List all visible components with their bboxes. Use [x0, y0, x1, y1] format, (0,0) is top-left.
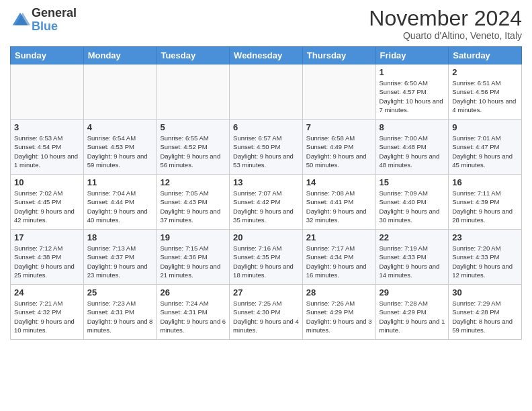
calendar-week-row: 10Sunrise: 7:02 AM Sunset: 4:45 PM Dayli… [11, 175, 522, 230]
logo: General Blue [10, 7, 77, 34]
day-info: Sunrise: 7:21 AM Sunset: 4:32 PM Dayligh… [14, 299, 80, 334]
day-number: 30 [452, 287, 518, 298]
day-number: 8 [380, 122, 445, 132]
day-info: Sunrise: 7:09 AM Sunset: 4:40 PM Dayligh… [380, 189, 445, 224]
day-info: Sunrise: 7:11 AM Sunset: 4:39 PM Dayligh… [452, 189, 518, 224]
table-row: 10Sunrise: 7:02 AM Sunset: 4:45 PM Dayli… [11, 175, 84, 230]
day-number: 16 [452, 177, 518, 187]
table-row [157, 64, 230, 120]
day-number: 26 [160, 287, 226, 298]
table-row: 9Sunrise: 7:01 AM Sunset: 4:47 PM Daylig… [449, 120, 522, 175]
day-info: Sunrise: 6:57 AM Sunset: 4:50 PM Dayligh… [233, 134, 299, 169]
day-number: 21 [306, 232, 372, 242]
table-row: 17Sunrise: 7:12 AM Sunset: 4:38 PM Dayli… [11, 230, 84, 285]
day-number: 7 [306, 122, 372, 132]
month-title: November 2024 [369, 7, 522, 30]
day-number: 24 [14, 287, 80, 298]
table-row: 7Sunrise: 6:58 AM Sunset: 4:49 PM Daylig… [302, 120, 375, 175]
day-number: 17 [14, 232, 80, 242]
day-number: 3 [14, 122, 80, 132]
day-info: Sunrise: 7:15 AM Sunset: 4:36 PM Dayligh… [160, 244, 226, 279]
logo-general: General [32, 7, 77, 20]
day-info: Sunrise: 6:53 AM Sunset: 4:54 PM Dayligh… [14, 134, 80, 169]
title-block: November 2024 Quarto d'Altino, Veneto, I… [369, 7, 522, 41]
day-info: Sunrise: 7:12 AM Sunset: 4:38 PM Dayligh… [14, 244, 80, 279]
day-info: Sunrise: 7:08 AM Sunset: 4:41 PM Dayligh… [306, 189, 372, 224]
day-number: 4 [87, 122, 153, 132]
day-number: 14 [306, 177, 372, 187]
table-row: 30Sunrise: 7:29 AM Sunset: 4:28 PM Dayli… [449, 285, 522, 340]
day-info: Sunrise: 6:58 AM Sunset: 4:49 PM Dayligh… [306, 134, 372, 169]
table-row: 19Sunrise: 7:15 AM Sunset: 4:36 PM Dayli… [157, 230, 230, 285]
calendar-week-row: 3Sunrise: 6:53 AM Sunset: 4:54 PM Daylig… [11, 120, 522, 175]
day-info: Sunrise: 7:01 AM Sunset: 4:47 PM Dayligh… [452, 134, 518, 169]
table-row: 1Sunrise: 6:50 AM Sunset: 4:57 PM Daylig… [375, 64, 449, 120]
table-row: 20Sunrise: 7:16 AM Sunset: 4:35 PM Dayli… [230, 230, 303, 285]
logo-blue: Blue [32, 20, 77, 34]
day-info: Sunrise: 7:00 AM Sunset: 4:48 PM Dayligh… [380, 134, 445, 169]
table-row: 26Sunrise: 7:24 AM Sunset: 4:31 PM Dayli… [157, 285, 230, 340]
day-info: Sunrise: 6:51 AM Sunset: 4:56 PM Dayligh… [452, 79, 518, 114]
table-row: 3Sunrise: 6:53 AM Sunset: 4:54 PM Daylig… [11, 120, 84, 175]
day-info: Sunrise: 7:26 AM Sunset: 4:29 PM Dayligh… [306, 299, 372, 334]
day-number: 9 [452, 122, 518, 132]
day-info: Sunrise: 7:07 AM Sunset: 4:42 PM Dayligh… [233, 189, 299, 224]
day-info: Sunrise: 7:13 AM Sunset: 4:37 PM Dayligh… [87, 244, 153, 279]
day-info: Sunrise: 7:28 AM Sunset: 4:29 PM Dayligh… [380, 299, 445, 334]
day-number: 19 [160, 232, 226, 242]
day-number: 18 [87, 232, 153, 242]
day-info: Sunrise: 6:50 AM Sunset: 4:57 PM Dayligh… [380, 79, 445, 114]
logo-text: General Blue [32, 7, 77, 34]
day-number: 5 [160, 122, 226, 132]
table-row: 16Sunrise: 7:11 AM Sunset: 4:39 PM Dayli… [449, 175, 522, 230]
header-monday: Monday [83, 47, 157, 64]
day-number: 25 [87, 287, 153, 298]
table-row: 6Sunrise: 6:57 AM Sunset: 4:50 PM Daylig… [230, 120, 303, 175]
calendar-week-row: 17Sunrise: 7:12 AM Sunset: 4:38 PM Dayli… [11, 230, 522, 285]
table-row: 12Sunrise: 7:05 AM Sunset: 4:43 PM Dayli… [157, 175, 230, 230]
table-row: 29Sunrise: 7:28 AM Sunset: 4:29 PM Dayli… [375, 285, 449, 340]
table-row: 8Sunrise: 7:00 AM Sunset: 4:48 PM Daylig… [375, 120, 449, 175]
header: General Blue November 2024 Quarto d'Alti… [10, 7, 522, 41]
day-info: Sunrise: 7:29 AM Sunset: 4:28 PM Dayligh… [452, 299, 518, 334]
table-row: 15Sunrise: 7:09 AM Sunset: 4:40 PM Dayli… [375, 175, 449, 230]
table-row: 24Sunrise: 7:21 AM Sunset: 4:32 PM Dayli… [11, 285, 84, 340]
table-row: 11Sunrise: 7:04 AM Sunset: 4:44 PM Dayli… [83, 175, 157, 230]
table-row: 4Sunrise: 6:54 AM Sunset: 4:53 PM Daylig… [83, 120, 157, 175]
day-number: 11 [87, 177, 153, 187]
table-row: 28Sunrise: 7:26 AM Sunset: 4:29 PM Dayli… [302, 285, 375, 340]
day-number: 20 [233, 232, 299, 242]
day-number: 6 [233, 122, 299, 132]
day-number: 23 [452, 232, 518, 242]
day-info: Sunrise: 7:17 AM Sunset: 4:34 PM Dayligh… [306, 244, 372, 279]
header-wednesday: Wednesday [230, 47, 303, 64]
day-info: Sunrise: 7:20 AM Sunset: 4:33 PM Dayligh… [452, 244, 518, 279]
table-row: 13Sunrise: 7:07 AM Sunset: 4:42 PM Dayli… [230, 175, 303, 230]
table-row: 25Sunrise: 7:23 AM Sunset: 4:31 PM Dayli… [83, 285, 157, 340]
table-row: 22Sunrise: 7:19 AM Sunset: 4:33 PM Dayli… [375, 230, 449, 285]
day-info: Sunrise: 7:02 AM Sunset: 4:45 PM Dayligh… [14, 189, 80, 224]
day-number: 2 [452, 67, 518, 77]
header-saturday: Saturday [449, 47, 522, 64]
table-row: 21Sunrise: 7:17 AM Sunset: 4:34 PM Dayli… [302, 230, 375, 285]
calendar-container: General Blue November 2024 Quarto d'Alti… [0, 0, 532, 343]
calendar-table: Sunday Monday Tuesday Wednesday Thursday… [10, 46, 522, 340]
day-info: Sunrise: 7:04 AM Sunset: 4:44 PM Dayligh… [87, 189, 153, 224]
day-number: 1 [380, 67, 445, 77]
day-number: 27 [233, 287, 299, 298]
day-number: 12 [160, 177, 226, 187]
table-row [302, 64, 375, 120]
day-info: Sunrise: 7:24 AM Sunset: 4:31 PM Dayligh… [160, 299, 226, 334]
table-row: 14Sunrise: 7:08 AM Sunset: 4:41 PM Dayli… [302, 175, 375, 230]
table-row [11, 64, 84, 120]
day-number: 15 [380, 177, 445, 187]
header-sunday: Sunday [11, 47, 84, 64]
calendar-week-row: 24Sunrise: 7:21 AM Sunset: 4:32 PM Dayli… [11, 285, 522, 340]
header-tuesday: Tuesday [157, 47, 230, 64]
day-info: Sunrise: 7:25 AM Sunset: 4:30 PM Dayligh… [233, 299, 299, 334]
location-subtitle: Quarto d'Altino, Veneto, Italy [369, 30, 522, 41]
header-friday: Friday [375, 47, 449, 64]
day-info: Sunrise: 6:54 AM Sunset: 4:53 PM Dayligh… [87, 134, 153, 169]
day-info: Sunrise: 7:16 AM Sunset: 4:35 PM Dayligh… [233, 244, 299, 279]
day-number: 28 [306, 287, 372, 298]
